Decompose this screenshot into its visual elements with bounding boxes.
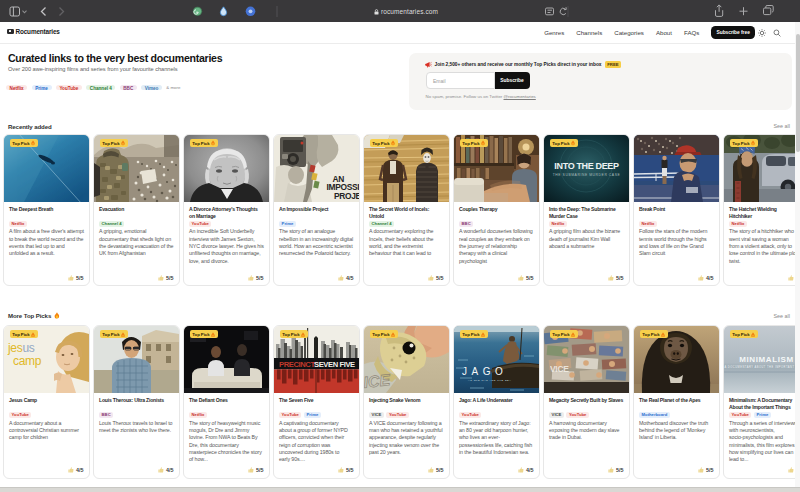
svg-text:JAGO: JAGO: [462, 366, 507, 377]
svg-text:camp: camp: [13, 354, 42, 368]
svg-text:MINIMALISM: MINIMALISM: [739, 355, 793, 364]
svg-text:A DOCUMENTARY ABOUT THE IMPORT: A DOCUMENTARY ABOUT THE IMPORTANT THINGS: [725, 365, 800, 369]
svg-text:SEVEN FIVE: SEVEN FIVE: [314, 359, 355, 368]
svg-text:PROJECT: PROJECT: [334, 190, 359, 200]
svg-text:jesus: jesus: [7, 341, 35, 355]
svg-text:THE SUBMARINE MURDER CASE: THE SUBMARINE MURDER CASE: [553, 172, 621, 176]
svg-text:VICE: VICE: [550, 364, 569, 374]
svg-text:INTO THE DEEP: INTO THE DEEP: [554, 160, 619, 170]
svg-text:ICE: ICE: [364, 371, 392, 391]
svg-text:PRECINCT: PRECINCT: [279, 359, 315, 368]
svg-text:AN OLD MAN AND THE SEA: AN OLD MAN AND THE SEA: [468, 379, 511, 381]
